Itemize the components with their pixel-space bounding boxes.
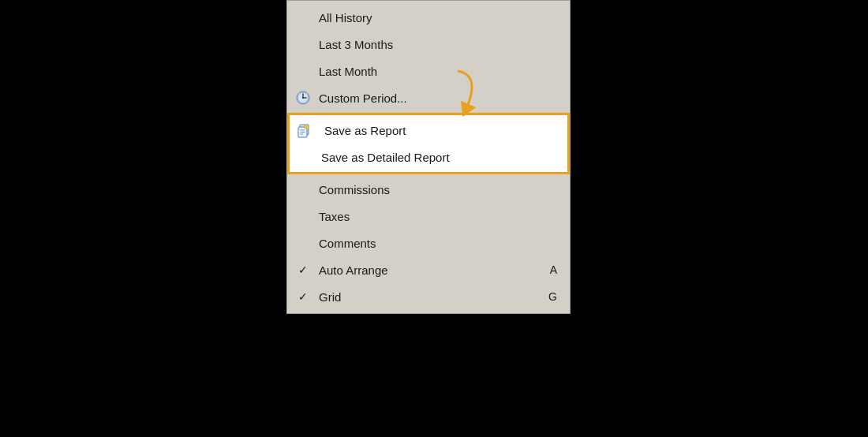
menu-item-save-as-report[interactable]: Save as Report [290, 117, 567, 144]
menu-item-auto-arrange[interactable]: ✓ Auto Arrange A [287, 256, 570, 283]
menu-item-label: Last 3 Months [319, 38, 393, 51]
menu-item-all-history[interactable]: All History [287, 4, 570, 31]
menu-item-taxes[interactable]: Taxes [287, 203, 570, 230]
svg-rect-10 [305, 125, 309, 129]
menu-item-label: Comments [319, 237, 376, 250]
menu-item-last-month[interactable]: Last Month [287, 58, 570, 84]
save-report-icon [296, 122, 312, 138]
check-mark-grid: ✓ [298, 290, 308, 303]
shortcut-grid: G [548, 290, 557, 303]
menu-item-label: Auto Arrange [319, 263, 388, 277]
menu-item-label: Custom Period... [319, 92, 407, 105]
highlighted-section: Save as Report Save as Detailed Report [287, 113, 570, 174]
menu-item-label: Save as Detailed Report [321, 151, 450, 164]
context-menu: All History Last 3 Months Last Month Cus… [286, 0, 571, 314]
menu-item-save-as-detailed-report[interactable]: Save as Detailed Report [290, 144, 567, 170]
menu-item-label: All History [319, 11, 372, 24]
check-mark-auto-arrange: ✓ [298, 263, 308, 276]
menu-item-label: Save as Report [324, 124, 406, 137]
menu-item-last-3-months[interactable]: Last 3 Months [287, 31, 570, 58]
menu-item-label: Taxes [319, 210, 350, 223]
menu-item-comments[interactable]: Comments [287, 230, 570, 256]
shortcut-auto-arrange: A [550, 263, 557, 276]
menu-item-custom-period[interactable]: Custom Period... [287, 84, 570, 111]
menu-item-label: Last Month [319, 65, 377, 78]
svg-point-4 [302, 97, 304, 99]
menu-item-label: Grid [319, 290, 341, 304]
menu-item-commissions[interactable]: Commissions [287, 176, 570, 203]
menu-item-grid[interactable]: ✓ Grid G [287, 283, 570, 310]
menu-item-label: Commissions [319, 183, 390, 196]
clock-icon [295, 90, 311, 106]
